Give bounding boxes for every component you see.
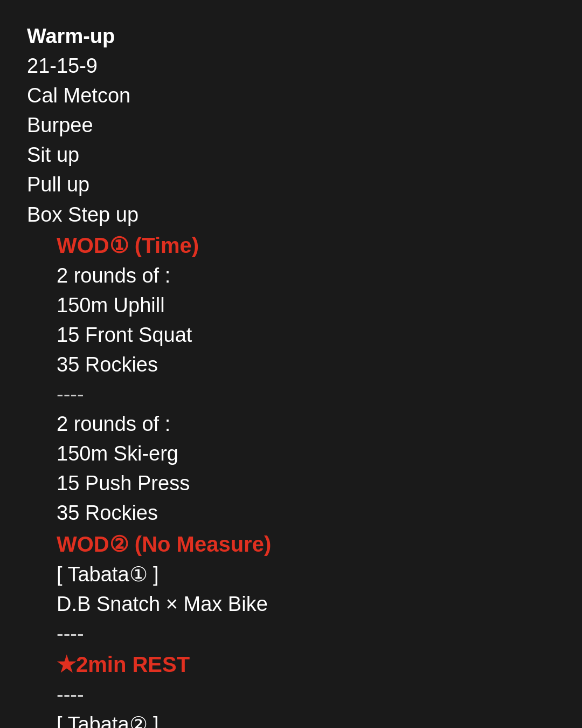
warmup-line-3: Burpee <box>27 111 555 140</box>
wod1-line-6: 150m Ski-erg <box>27 439 555 469</box>
wod1-line-2: 150m Uphill <box>27 291 555 320</box>
wod2-separator-2: ---- <box>27 680 555 710</box>
warmup-line-5: Pull up <box>27 170 555 200</box>
wod1-line-7: 15 Push Press <box>27 469 555 498</box>
warmup-line-4: Sit up <box>27 140 555 170</box>
wod2-line-3: [ Tabata② ] <box>27 710 555 728</box>
wod1-title: WOD① (Time) <box>27 230 555 261</box>
wod1-line-1: 2 rounds of : <box>27 261 555 291</box>
wod2-rest: ★2min REST <box>27 649 555 680</box>
wod2-line-2: D.B Snatch × Max Bike <box>27 589 555 619</box>
warmup-line-2: Cal Metcon <box>27 81 555 111</box>
warmup-line-1: 21-15-9 <box>27 51 555 81</box>
wod1-line-4: 35 Rockies <box>27 350 555 380</box>
wod1-line-3: 15 Front Squat <box>27 320 555 350</box>
warmup-line-6: Box Step up <box>27 200 555 230</box>
warmup-title: Warm-up <box>27 22 555 51</box>
wod1-separator-1: ---- <box>27 380 555 409</box>
wod2-line-1: [ Tabata① ] <box>27 560 555 589</box>
wod1-line-8: 35 Rockies <box>27 498 555 528</box>
workout-container: Warm-up 21-15-9 Cal Metcon Burpee Sit up… <box>27 22 555 728</box>
wod2-title: WOD② (No Measure) <box>27 528 555 560</box>
wod1-line-5: 2 rounds of : <box>27 409 555 439</box>
wod2-separator-1: ---- <box>27 619 555 649</box>
